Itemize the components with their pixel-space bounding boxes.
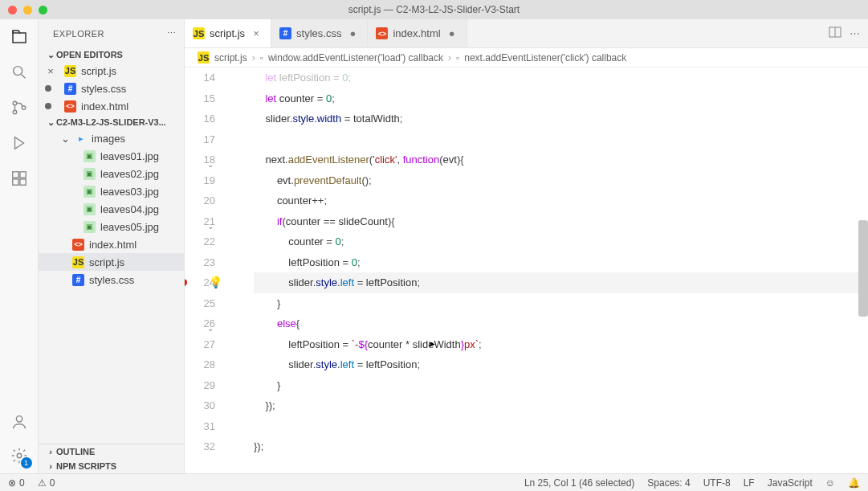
code-line[interactable]: slider.style.left = leftPosition; <box>254 354 868 375</box>
open-editor-item[interactable]: ×JSscript.js <box>39 62 184 80</box>
file-item[interactable]: ▣leaves04.jpg <box>39 200 184 218</box>
npm-scripts-section[interactable]: › NPM SCRIPTS <box>39 459 184 473</box>
open-editors-section[interactable]: ⌄ OPEN EDITORS <box>39 47 184 62</box>
file-item[interactable]: ▣leaves01.jpg <box>39 147 184 165</box>
line-number[interactable]: 27 <box>185 334 215 355</box>
search-icon[interactable] <box>10 63 29 82</box>
status-bar: ⊗ 0 ⚠ 0 Ln 25, Col 1 (46 selected) Space… <box>0 473 868 491</box>
code-line[interactable]: let leftPosition = 0; <box>254 68 868 88</box>
breadcrumb-symbol[interactable]: next.addEventListener('click') callback <box>464 52 626 63</box>
close-icon[interactable]: × <box>45 65 56 77</box>
extensions-icon[interactable] <box>10 169 29 188</box>
css-icon: # <box>72 274 84 286</box>
minimize-window-button[interactable] <box>23 6 32 14</box>
open-editor-item[interactable]: #styles.css <box>39 80 184 97</box>
accounts-icon[interactable] <box>10 412 29 432</box>
svg-point-9 <box>17 453 22 458</box>
line-number[interactable]: 22 <box>185 231 215 252</box>
code-line[interactable]: next.addEventListener('click', function(… <box>254 149 868 170</box>
indentation[interactable]: Spaces: 4 <box>647 477 690 489</box>
minimap[interactable] <box>857 116 868 473</box>
code-line[interactable]: } <box>254 293 868 314</box>
maximize-window-button[interactable] <box>39 6 47 14</box>
editor-tab[interactable]: #styles.css● <box>271 19 368 47</box>
source-control-icon[interactable] <box>10 98 29 117</box>
file-item[interactable]: <>index.html <box>39 235 184 253</box>
window-title: script.js — C2-M3-L2-JS-Slider-V3-Start <box>348 4 520 15</box>
dirty-indicator-icon: ● <box>346 27 359 39</box>
line-number[interactable]: ⌄21 <box>185 211 215 232</box>
file-label: leaves05.jpg <box>100 221 159 233</box>
close-tab-icon[interactable]: × <box>250 27 263 39</box>
settings-gear-icon[interactable]: 1 <box>10 446 29 465</box>
close-window-button[interactable] <box>8 6 17 14</box>
line-number[interactable]: 14 <box>185 68 215 88</box>
code-line[interactable]: }); <box>254 395 868 416</box>
outline-section[interactable]: › OUTLINE <box>39 444 184 459</box>
more-actions-icon[interactable]: ⋯ <box>850 27 860 39</box>
code-editor[interactable]: 14151617⌄181920⌄2122232425⌄2627282930313… <box>185 68 868 473</box>
breadcrumb-file[interactable]: script.js <box>214 52 247 63</box>
code-line[interactable] <box>254 416 868 437</box>
line-number[interactable]: ⌄26 <box>185 313 215 334</box>
lightbulb-icon[interactable]: 💡 <box>209 272 222 293</box>
code-line[interactable]: leftPosition = `-${counter * slideWidth}… <box>254 334 868 355</box>
line-number[interactable]: 31 <box>185 416 215 437</box>
line-number[interactable]: 16 <box>185 108 215 129</box>
code-line[interactable]: } <box>254 375 868 396</box>
line-number[interactable]: 29 <box>185 375 215 396</box>
js-icon: JS <box>72 256 84 268</box>
eol[interactable]: LF <box>744 477 755 489</box>
folder-images[interactable]: ⌄ ▸ images <box>39 129 184 147</box>
file-item[interactable]: ▣leaves03.jpg <box>39 182 184 200</box>
breadcrumb[interactable]: JS script.js › ▫ window.addEventListener… <box>185 48 868 68</box>
more-icon[interactable]: ⋯ <box>167 28 177 39</box>
explorer-icon[interactable] <box>10 27 29 47</box>
breadcrumb-symbol[interactable]: window.addEventListener('load') callback <box>268 52 443 63</box>
file-item[interactable]: JSscript.js <box>39 253 184 271</box>
notifications-icon[interactable]: 🔔 <box>848 477 860 489</box>
code-line[interactable]: counter++; <box>254 190 868 211</box>
code-line[interactable]: if(counter == slideCount){ <box>254 211 868 232</box>
cursor-position[interactable]: Ln 25, Col 1 (46 selected) <box>524 477 634 489</box>
line-number[interactable]: 32 <box>185 436 215 457</box>
feedback-icon[interactable]: ☺ <box>825 477 835 489</box>
line-number[interactable]: 25 <box>185 293 215 314</box>
line-number[interactable]: 20 <box>185 190 215 211</box>
code-line[interactable]: counter = 0; <box>254 231 868 252</box>
editor-tab[interactable]: <>index.html● <box>368 19 467 47</box>
code-line[interactable]: 💡 slider.style.left = leftPosition; <box>254 272 868 293</box>
code-line[interactable]: let counter = 0; <box>254 88 868 109</box>
code-line[interactable]: else{ <box>254 313 868 334</box>
line-number[interactable]: 28 <box>185 354 215 375</box>
run-debug-icon[interactable] <box>10 133 29 153</box>
line-number[interactable]: 19 <box>185 170 215 191</box>
code-line[interactable]: slider.style.width = totalWidth; <box>254 108 868 129</box>
open-editor-item[interactable]: <>index.html <box>39 97 184 115</box>
outline-label: OUTLINE <box>56 447 95 456</box>
code-line[interactable]: evt.preventDefault(); <box>254 170 868 191</box>
split-editor-icon[interactable] <box>829 26 842 41</box>
editor-tab[interactable]: JSscript.js× <box>185 19 271 47</box>
breakpoint-icon[interactable] <box>185 279 187 286</box>
line-number[interactable]: 17 <box>185 129 215 150</box>
line-number[interactable]: ⌄18 <box>185 149 215 170</box>
encoding[interactable]: UTF-8 <box>703 477 731 489</box>
project-section[interactable]: ⌄ C2-M3-L2-JS-SLIDER-V3... <box>39 115 184 129</box>
code-line[interactable] <box>254 129 868 150</box>
svg-rect-7 <box>19 179 25 185</box>
line-number[interactable]: 15 <box>185 88 215 109</box>
line-number[interactable]: 23 <box>185 252 215 273</box>
file-item[interactable]: #styles.css <box>39 271 184 288</box>
code-line[interactable]: }); <box>254 436 868 457</box>
file-item[interactable]: ▣leaves02.jpg <box>39 165 184 182</box>
explorer-sidebar: EXPLORER ⋯ ⌄ OPEN EDITORS ×JSscript.js#s… <box>39 19 185 473</box>
file-item[interactable]: ▣leaves05.jpg <box>39 218 184 235</box>
minimap-thumb[interactable] <box>858 220 868 317</box>
line-number[interactable]: 30 <box>185 395 215 416</box>
js-icon: JS <box>64 65 76 77</box>
language-mode[interactable]: JavaScript <box>768 477 813 489</box>
errors-count[interactable]: ⊗ 0 <box>8 477 25 489</box>
code-line[interactable]: leftPosition = 0; <box>254 252 868 273</box>
warnings-count[interactable]: ⚠ 0 <box>38 477 55 489</box>
